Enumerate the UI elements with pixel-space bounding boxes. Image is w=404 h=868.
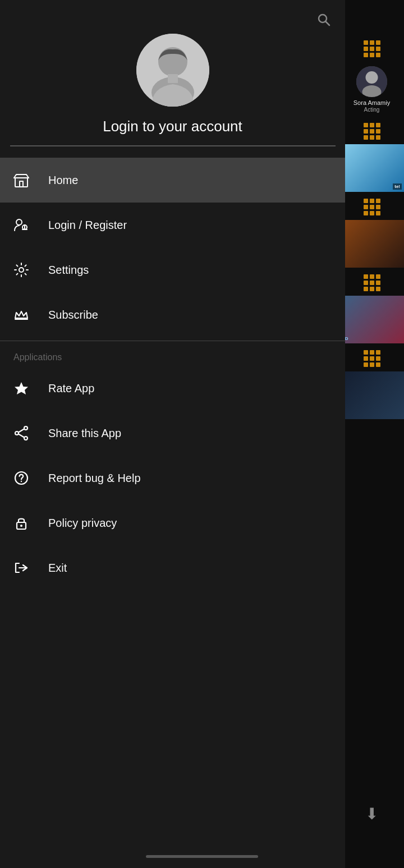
menu-label-share: Share this App xyxy=(48,427,121,440)
share-icon xyxy=(13,425,38,441)
right-panel: Sora Amamiy Acting te! BD xyxy=(339,0,404,868)
profile-section: Login to your account xyxy=(0,0,345,158)
home-icon xyxy=(13,172,38,188)
main-menu: Home Login / Register xyxy=(0,158,345,337)
svg-rect-11 xyxy=(20,181,23,187)
profile-divider xyxy=(10,145,336,146)
menu-item-login[interactable]: Login / Register xyxy=(0,203,345,247)
svg-rect-8 xyxy=(168,74,178,83)
svg-point-14 xyxy=(19,268,24,272)
login-icon xyxy=(13,217,38,233)
thumb-4[interactable] xyxy=(339,371,404,419)
svg-rect-9 xyxy=(15,178,27,187)
menu-item-subscribe[interactable]: Subscribe xyxy=(0,292,345,337)
grid-icon-row-2[interactable] xyxy=(339,116,404,144)
menu-label-home: Home xyxy=(48,174,78,187)
menu-label-subscribe: Subscribe xyxy=(48,309,98,322)
grid-icon-row-4[interactable] xyxy=(339,268,404,296)
applications-menu: Rate App Share this App xyxy=(0,366,345,590)
menu-item-privacy[interactable]: Policy privacy xyxy=(0,500,345,545)
menu-item-exit[interactable]: Exit xyxy=(0,545,345,590)
subscribe-icon xyxy=(13,307,38,323)
menu-label-rate: Rate App xyxy=(48,382,94,395)
svg-line-21 xyxy=(19,434,24,438)
thumb-2[interactable] xyxy=(339,220,404,268)
menu-item-settings[interactable]: Settings xyxy=(0,247,345,292)
right-profile-card[interactable]: Sora Amamiy Acting xyxy=(351,62,392,116)
grid-icon-row-5[interactable] xyxy=(339,343,404,371)
navigation-drawer: Login to your account Home xyxy=(0,0,345,868)
svg-line-4 xyxy=(326,22,330,26)
svg-point-25 xyxy=(20,525,22,527)
svg-line-20 xyxy=(19,429,24,433)
help-icon xyxy=(13,470,38,486)
svg-point-12 xyxy=(16,219,22,225)
right-profile-role: Acting xyxy=(364,107,380,113)
login-prompt[interactable]: Login to your account xyxy=(103,118,242,135)
right-avatar xyxy=(356,66,387,97)
menu-label-exit: Exit xyxy=(48,562,67,575)
menu-item-home[interactable]: Home xyxy=(0,158,345,203)
thumb-1[interactable]: te! xyxy=(339,144,404,192)
svg-point-1 xyxy=(365,71,378,84)
right-profile-name: Sora Amamiy xyxy=(354,99,390,107)
grid-icon-row-3[interactable] xyxy=(339,192,404,220)
svg-marker-16 xyxy=(15,382,28,394)
menu-label-report: Report bug & Help xyxy=(48,472,141,485)
grid-icon-row-1[interactable] xyxy=(339,34,404,62)
menu-label-settings: Settings xyxy=(48,264,89,277)
exit-icon xyxy=(13,560,38,576)
menu-label-privacy: Policy privacy xyxy=(48,517,117,530)
section-divider xyxy=(0,341,345,341)
menu-label-login: Login / Register xyxy=(48,219,127,232)
menu-item-report[interactable]: Report bug & Help xyxy=(0,456,345,500)
thumb-3[interactable]: BD xyxy=(339,296,404,343)
menu-item-share[interactable]: Share this App xyxy=(0,411,345,456)
home-indicator xyxy=(146,855,258,858)
search-icon[interactable] xyxy=(316,12,331,31)
applications-section-title: Applications xyxy=(0,345,345,366)
download-icon[interactable]: ⬇ xyxy=(365,805,378,868)
star-icon xyxy=(13,380,38,396)
avatar[interactable] xyxy=(136,34,209,107)
menu-item-rate[interactable]: Rate App xyxy=(0,366,345,411)
svg-point-23 xyxy=(21,481,22,482)
lock-icon xyxy=(13,515,38,531)
settings-icon xyxy=(13,262,38,278)
